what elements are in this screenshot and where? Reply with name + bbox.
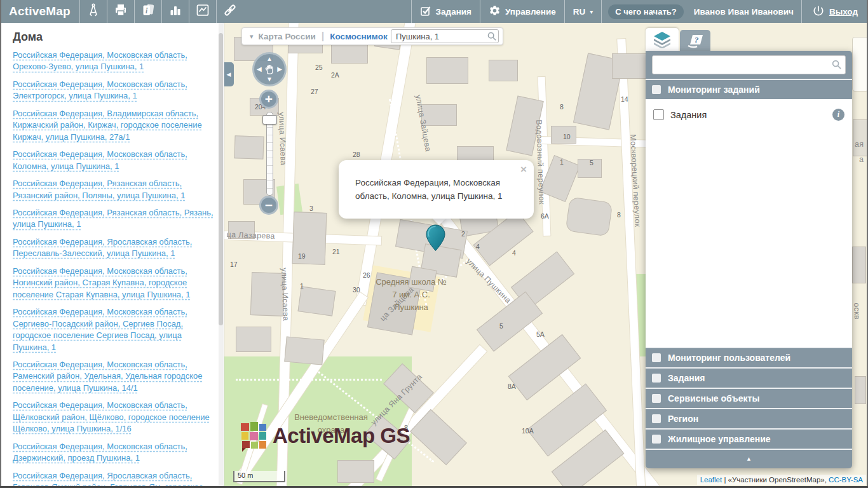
section-header-service-objects[interactable]: Сервисные объекты: [646, 388, 852, 408]
app-logo: ActiveMap: [0, 4, 79, 18]
share-link-button[interactable]: [217, 0, 243, 23]
tab-layers[interactable]: [646, 28, 679, 51]
panel-collapse-button[interactable]: ▲: [646, 449, 852, 467]
house-number: 5: [590, 159, 593, 166]
section-checkbox[interactable]: [652, 435, 661, 444]
analytics-button[interactable]: [189, 0, 216, 23]
address-link[interactable]: Российская Федерация, Московская область…: [13, 50, 215, 73]
map-building: [853, 119, 868, 156]
zoom-in-button[interactable]: +: [259, 90, 278, 109]
map-building: [297, 286, 336, 316]
sidebar-collapse-button[interactable]: ◀: [224, 62, 234, 86]
section-checkbox[interactable]: [652, 414, 661, 423]
get-started-button[interactable]: С чего начать?: [608, 4, 683, 19]
address-link[interactable]: Российская Федерация, Рязанская область,…: [13, 178, 215, 201]
map-building: [489, 60, 518, 81]
basemap-option-map[interactable]: Карта России: [259, 32, 316, 41]
map-search-input[interactable]: [391, 29, 499, 43]
section-label: Сервисные объекты: [668, 393, 759, 403]
street-label: ца Лазарева: [227, 230, 275, 241]
house-number: 2А: [331, 71, 339, 79]
section-label: Задания: [668, 373, 705, 383]
results-sidebar: Дома Российская Федерация, Московская об…: [0, 23, 224, 488]
section-checkbox[interactable]: [652, 353, 661, 362]
chevron-down-icon[interactable]: ▾: [250, 32, 254, 41]
zoom-out-button[interactable]: −: [259, 196, 278, 215]
activemap-window: ActiveMap i Задания: [0, 0, 868, 488]
section-header-tasks[interactable]: Задания: [646, 367, 852, 388]
map-building: [855, 376, 866, 404]
address-link[interactable]: Российская Федерация, Московская область…: [13, 400, 215, 435]
pan-down-arrow[interactable]: ▼: [266, 76, 273, 83]
pan-left-arrow[interactable]: ◀: [257, 66, 262, 72]
address-link[interactable]: Российская Федерация, Рязанская область,…: [13, 207, 215, 231]
basemap-switcher: ▾ Карта России | Космоснимок: [241, 27, 503, 45]
tasks-menu[interactable]: Задания: [412, 0, 480, 23]
address-link[interactable]: Российская Федерация, Московская область…: [13, 441, 215, 464]
pan-up-arrow[interactable]: ▲: [266, 56, 273, 62]
measure-tool-button[interactable]: [80, 0, 107, 23]
zoom-slider-handle[interactable]: [262, 115, 277, 125]
house-number: 28: [353, 151, 360, 158]
address-link[interactable]: Российская Федерация, Московская область…: [13, 79, 215, 102]
panel-search-input[interactable]: [652, 55, 846, 74]
compass-icon: [86, 3, 101, 20]
collapse-up-icon: ▲: [746, 456, 752, 462]
reports-button[interactable]: [162, 0, 189, 23]
basemap-option-satellite[interactable]: Космоснимок: [330, 32, 387, 41]
leaflet-link[interactable]: Leaflet: [700, 476, 722, 484]
logout-button[interactable]: Выход: [802, 4, 868, 19]
house-number: 21: [332, 248, 340, 255]
map-building: [236, 327, 271, 352]
layers-panel: ? Мониторинг заданий Задания i Мо: [646, 28, 852, 468]
map-popup: × Российская Федерация, Московская облас…: [339, 160, 534, 219]
section-label: Жилищное управление: [668, 434, 771, 444]
section-header-task-monitoring[interactable]: Мониторинг заданий: [646, 79, 852, 99]
house-number: 8А: [508, 383, 516, 390]
hand-icon: [262, 62, 277, 77]
address-link[interactable]: Российская Федерация, Московская область…: [13, 266, 215, 301]
search-icon[interactable]: [487, 31, 497, 41]
search-icon[interactable]: [831, 59, 842, 70]
map-marker-pin[interactable]: [426, 224, 445, 254]
address-link[interactable]: Российская Федерация, Владимирская облас…: [13, 108, 215, 143]
layer-row-tasks[interactable]: Задания i: [646, 100, 852, 129]
section-checkbox[interactable]: [652, 85, 661, 94]
top-header: ActiveMap i Задания: [0, 0, 868, 23]
section-checkbox[interactable]: [652, 374, 661, 383]
address-link[interactable]: Российская Федерация, Ярославская област…: [13, 236, 215, 260]
address-link[interactable]: Российская Федерация, Московская область…: [13, 306, 215, 353]
house-number: 26: [363, 271, 370, 279]
map-search: [391, 29, 499, 43]
section-header-housing[interactable]: Жилищное управление: [646, 428, 852, 449]
chevron-down-icon: ▾: [590, 8, 593, 15]
house-number: 10А: [522, 427, 534, 435]
map-building: [566, 197, 613, 237]
house-number: 10: [563, 133, 571, 140]
address-link[interactable]: Российская Федерация, Московская область…: [13, 359, 215, 394]
section-header-region[interactable]: Регион: [646, 408, 852, 428]
map-building: [852, 37, 868, 92]
language-selector[interactable]: RU ▾: [565, 0, 602, 23]
info-icon[interactable]: i: [832, 109, 844, 121]
map-building: [284, 336, 324, 365]
sidebar-scrollbar-thumb[interactable]: [219, 33, 223, 325]
print-button[interactable]: [107, 0, 134, 23]
layer-label: Задания: [670, 110, 707, 120]
pan-control[interactable]: ▲ ▼ ◀ ▶: [252, 52, 287, 86]
section-checkbox[interactable]: [652, 394, 661, 403]
house-number: 19: [298, 252, 306, 260]
management-menu[interactable]: Управление: [480, 0, 564, 23]
section-header-user-monitoring[interactable]: Мониторинг пользователей: [646, 347, 852, 367]
address-link[interactable]: Российская Федерация, Ярославская област…: [13, 470, 215, 488]
reference-button[interactable]: i: [135, 0, 161, 23]
logout-label: Выход: [829, 7, 858, 17]
license-link[interactable]: CC-BY-SA: [829, 476, 863, 484]
address-link[interactable]: Российская Федерация, Московская область…: [13, 149, 215, 172]
close-icon[interactable]: ×: [520, 163, 527, 176]
pan-right-arrow[interactable]: ▶: [277, 66, 282, 72]
layer-checkbox[interactable]: [653, 109, 664, 120]
link-icon: [222, 3, 238, 20]
tab-help[interactable]: ?: [680, 30, 710, 51]
poi-label-school: Средняя школа № 7 им. А.С. Пушкина: [376, 276, 447, 314]
